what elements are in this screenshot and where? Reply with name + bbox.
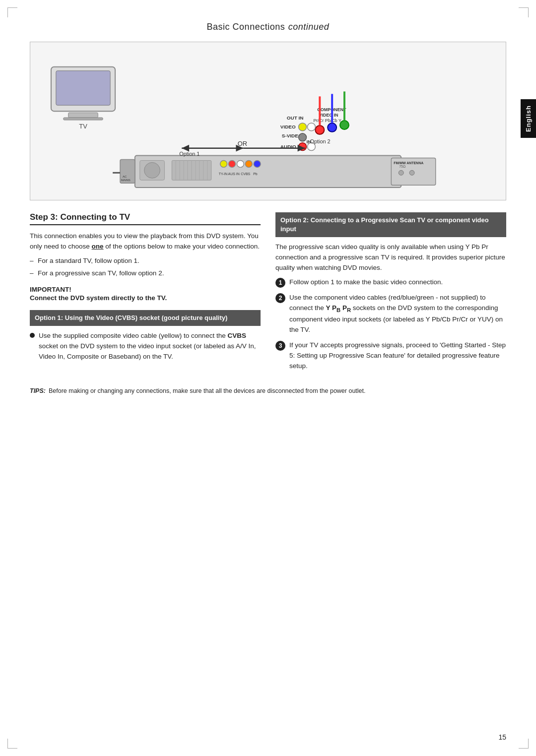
svg-text:Option 2: Option 2: [310, 138, 330, 144]
svg-text:CVBS: CVBS: [241, 172, 250, 176]
important-block: IMPORTANT! Connect the DVD system direct…: [30, 286, 261, 303]
option1-box: Option 1: Using the Video (CVBS) socket …: [30, 310, 261, 326]
svg-point-22: [254, 160, 261, 167]
numbered-text-2: Use the component video cables (red/blue…: [289, 293, 506, 335]
option1-body: Use the supplied composite video cable (…: [39, 331, 261, 362]
corner-mark-bl: [7, 739, 17, 749]
important-label: IMPORTANT!: [30, 286, 261, 293]
option2-box: Option 2: Connecting to a Progressive Sc…: [275, 212, 506, 237]
svg-point-19: [229, 160, 236, 167]
svg-rect-3: [64, 118, 103, 120]
english-tab: English: [521, 99, 536, 138]
right-column: Option 2: Connecting to a Progressive Sc…: [275, 212, 506, 377]
numbered-item-2: 2 Use the component video cables (red/bl…: [275, 293, 506, 335]
page-title-main: Basic Connections: [207, 22, 285, 32]
numbered-text-1: Follow option 1 to make the basic video …: [289, 277, 443, 288]
page-container: English Basic Connections continued TV: [0, 0, 536, 756]
svg-point-36: [307, 123, 315, 131]
svg-text:FM/MW ANTENNA: FM/MW ANTENNA: [394, 161, 423, 165]
svg-point-39: [299, 133, 307, 141]
corner-mark-tl: [7, 7, 17, 17]
svg-text:Pb: Pb: [253, 172, 258, 176]
svg-rect-2: [68, 113, 98, 118]
svg-point-21: [245, 160, 252, 167]
svg-point-18: [220, 160, 227, 167]
svg-point-32: [340, 121, 349, 129]
bullet-1: For a standard TV, follow option 1.: [30, 256, 261, 266]
svg-text:MAINS: MAINS: [121, 179, 131, 182]
corner-mark-br: [519, 739, 529, 749]
tips-footer: TIPS: Before making or changing any conn…: [30, 386, 506, 396]
numbered-item-3: 3 If your TV accepts progressive signals…: [275, 340, 506, 372]
svg-text:AC: AC: [123, 175, 127, 178]
num-1-circle: 1: [275, 278, 285, 288]
svg-point-57: [409, 170, 414, 175]
svg-text:TY-IN: TY-IN: [219, 172, 227, 176]
svg-text:OR: OR: [238, 140, 247, 147]
svg-text:Pr/Cr  Pb/Cb   Y: Pr/Cr Pb/Cb Y: [313, 118, 341, 123]
svg-text:AUS IN: AUS IN: [228, 172, 240, 176]
svg-text:OUT   IN: OUT IN: [287, 115, 304, 121]
svg-point-20: [237, 160, 244, 167]
svg-text:Option 1: Option 1: [179, 151, 200, 157]
corner-mark-tr: [519, 7, 529, 17]
svg-point-35: [299, 123, 307, 131]
svg-text:VIDEO: VIDEO: [280, 124, 296, 129]
tips-label: TIPS:: [30, 386, 46, 396]
svg-point-30: [315, 126, 324, 134]
svg-text:TV: TV: [79, 123, 87, 130]
svg-point-56: [399, 170, 403, 175]
dot-icon: [30, 333, 35, 338]
bullet-2: For a progressive scan TV, follow option…: [30, 268, 261, 279]
svg-point-7: [144, 162, 160, 178]
important-text: Connect the DVD system directly to the T…: [30, 293, 261, 303]
svg-rect-1: [56, 71, 110, 106]
numbered-text-3: If your TV accepts progressive signals, …: [289, 340, 506, 372]
page-number: 15: [498, 733, 506, 741]
numbered-item-1: 1 Follow option 1 to make the basic vide…: [275, 277, 506, 288]
page-title: Basic Connections continued: [30, 20, 506, 33]
num-2-circle: 2: [275, 293, 285, 303]
diagram-area: TV TY-IN AUS IN CV: [30, 42, 506, 200]
svg-text:VIDEO IN: VIDEO IN: [319, 113, 338, 118]
tips-text: Before making or changing any connection…: [49, 386, 366, 396]
svg-point-31: [328, 123, 336, 132]
step3-intro: This connection enables you to view the …: [30, 231, 261, 252]
option2-intro: The progressive scan video quality is on…: [275, 242, 506, 273]
option1-dot-item: Use the supplied composite video cable (…: [30, 331, 261, 362]
step3-heading: Step 3: Connecting to TV: [30, 212, 261, 225]
page-title-suffix: continued: [288, 22, 330, 32]
content-columns: Step 3: Connecting to TV This connection…: [30, 212, 506, 377]
left-column: Step 3: Connecting to TV This connection…: [30, 212, 261, 377]
connection-diagram: TV TY-IN AUS IN CV: [35, 47, 501, 195]
svg-text:75Ω: 75Ω: [399, 165, 405, 168]
num-3-circle: 3: [275, 341, 285, 351]
